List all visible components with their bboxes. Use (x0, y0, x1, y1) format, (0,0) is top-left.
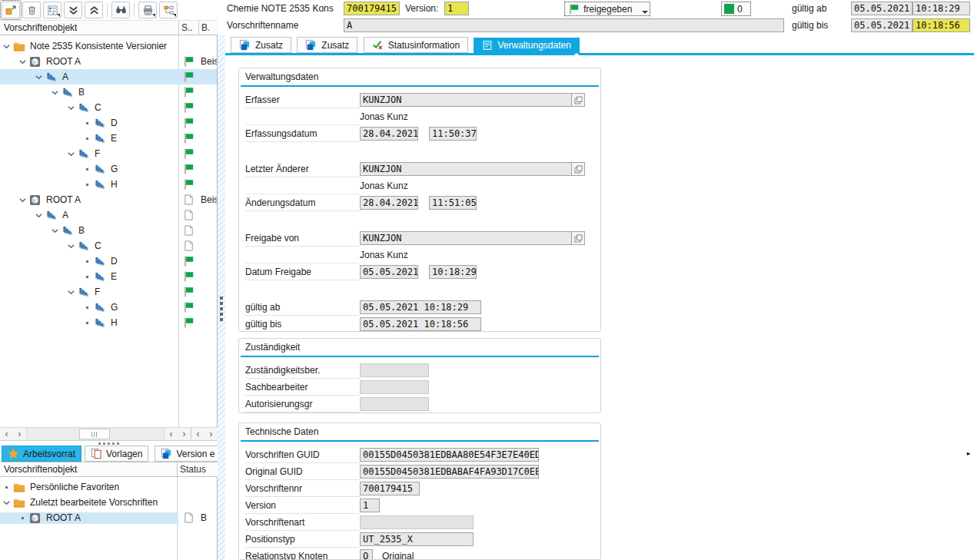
scroll-right-button[interactable]: › (204, 428, 218, 440)
hierarchy-button[interactable] (159, 2, 178, 18)
version-field[interactable]: 1 (444, 2, 469, 15)
valid-to-time-field[interactable]: 10:18:56 (913, 18, 970, 32)
field-aenderungsdatum[interactable]: 28.04.2021 (360, 196, 418, 210)
flag-icon (183, 71, 197, 83)
expander-icon[interactable] (65, 104, 78, 112)
tree-row[interactable]: ROOT ABeisp (0, 192, 217, 207)
tree-row[interactable]: Zuletzt bearbeitete Vorschriften (0, 495, 217, 510)
stacked-windows-icon[interactable] (572, 162, 585, 176)
scroll-right-button[interactable]: › (13, 428, 26, 440)
field-positionstyp[interactable]: UT_2535_X (360, 532, 474, 546)
tab-version[interactable]: Version e (155, 446, 218, 462)
stacked-windows-icon[interactable] (572, 231, 585, 245)
collapse-all-button[interactable] (64, 2, 82, 18)
vertical-splitter[interactable] (218, 35, 225, 560)
field-aenderungsdatum[interactable]: 11:51:05 (429, 196, 477, 210)
expand-all-button[interactable] (85, 2, 103, 18)
field-vorschriftennr[interactable]: 700179415 (360, 482, 420, 495)
status-cell (183, 40, 197, 52)
valid-from-date-field[interactable]: 05.05.2021 (851, 2, 913, 15)
expander-icon[interactable] (48, 88, 61, 97)
expander-icon[interactable] (32, 211, 45, 220)
tree-row[interactable]: F (0, 146, 217, 161)
expander-icon[interactable] (48, 227, 61, 235)
scrollbar-track[interactable] (26, 428, 165, 440)
expander-icon[interactable] (16, 196, 29, 204)
field-erfassungsdatum[interactable]: 11:50:37 (429, 127, 477, 141)
field-relationstyp-knoten[interactable]: O (360, 549, 373, 560)
tree-row[interactable]: Persönliche Favoriten (0, 479, 217, 495)
valid-to-date-field[interactable]: 05.05.2021 (851, 18, 913, 32)
tree-row[interactable]: E (0, 131, 217, 146)
scroll-left-button[interactable]: ‹ (0, 428, 13, 440)
expander-icon[interactable] (0, 499, 13, 507)
legend-button[interactable] (43, 2, 61, 18)
field-freigabe-von[interactable]: KUNZJON (360, 231, 572, 245)
tree-row[interactable]: B (0, 84, 217, 100)
expander-icon[interactable] (65, 288, 78, 297)
status-count-control[interactable]: 0 (721, 2, 751, 16)
form-row-zustaendigkeitsber: Zuständigkeitsber. (245, 362, 594, 379)
object-id-field[interactable]: 700179415 (344, 2, 400, 15)
tree-row[interactable]: E (0, 269, 217, 284)
field-vorschriften-guid[interactable]: 00155D0450381EDBAA80E54F3E7E40ED (360, 448, 539, 462)
field-gueltig-bis[interactable]: 05.05.2021 10:18:56 (360, 317, 481, 331)
dropdown-arrow-icon (152, 14, 155, 17)
tree-row[interactable]: G (0, 161, 217, 177)
field-sachbearbeiter[interactable] (360, 380, 429, 394)
flag-icon (183, 86, 197, 98)
expander-icon[interactable] (0, 42, 13, 51)
scroll-right-button[interactable]: › (178, 428, 191, 440)
expander-icon[interactable] (16, 58, 29, 66)
field-autorisierungsgr[interactable] (360, 397, 429, 411)
tree-row[interactable]: D (0, 253, 217, 269)
field-version[interactable]: 1 (360, 499, 380, 512)
print-button[interactable] (138, 2, 157, 18)
tree-row[interactable]: A (0, 69, 217, 84)
bottom-tab-strip: Arbeitsvorrat Vorlagen Version e (0, 446, 218, 462)
delete-button[interactable] (22, 2, 41, 18)
field-gueltig-ab[interactable]: 05.05.2021 10:18:29 (360, 300, 481, 314)
expander-icon[interactable] (32, 73, 45, 81)
tree-row[interactable]: F (0, 284, 217, 300)
release-status-control[interactable]: freigegeben (564, 2, 650, 16)
tab-arbeitsvorrat[interactable]: Arbeitsvorrat (2, 446, 81, 462)
scroll-left-button[interactable]: ‹ (191, 428, 204, 440)
tree-row[interactable]: H (0, 177, 217, 192)
tree-row[interactable]: C (0, 238, 217, 253)
splitter-grip-icon[interactable] (220, 297, 223, 321)
field-vorschriftenart[interactable] (360, 515, 474, 529)
adopt-button[interactable] (2, 2, 20, 18)
tab-zusatz-2[interactable]: Zusatz (297, 37, 357, 53)
tree-row[interactable]: D (0, 115, 217, 131)
field-datum-freigabe[interactable]: 10:18:29 (429, 265, 477, 279)
expander-icon[interactable] (65, 150, 78, 158)
name-field[interactable]: A (344, 18, 784, 32)
field-zustaendigkeitsber[interactable] (360, 363, 429, 377)
tab-zusatz-1[interactable]: Zusatz (231, 37, 291, 53)
tab-verwaltungsdaten[interactable]: Verwaltungsdaten (474, 38, 579, 54)
field-original-guid[interactable]: 00155D0450381EDBABAF4FA93D17C0EE (360, 465, 539, 479)
tree-row[interactable]: C (0, 100, 217, 115)
tree-row[interactable]: ROOT ABeisp (0, 54, 217, 69)
field-erfasser[interactable]: KUNZJON (360, 93, 572, 107)
tree-row[interactable]: G (0, 300, 217, 315)
find-button[interactable] (111, 2, 130, 18)
tree-row[interactable]: H (0, 315, 217, 330)
expander-icon[interactable] (65, 242, 78, 250)
tree-row[interactable]: B (0, 223, 217, 238)
tree-row[interactable]: A (0, 207, 217, 223)
field-datum-freigabe[interactable]: 05.05.2021 (360, 265, 418, 279)
scroll-left-button[interactable]: ‹ (165, 428, 178, 440)
field-letzter-aenderer[interactable]: KUNZJON (360, 162, 572, 176)
status-cell (183, 481, 197, 493)
field-erfassungsdatum[interactable]: 28.04.2021 (360, 127, 418, 141)
tree-row[interactable]: ROOT AB (0, 510, 217, 525)
tree-row[interactable]: Note 2535 Konsistente Versionier (0, 38, 217, 54)
tab-statusinformation[interactable]: Statusinformation (364, 37, 468, 53)
tab-vorlagen[interactable]: Vorlagen (85, 446, 148, 462)
valid-from-time-field[interactable]: 10:18:29 (913, 2, 970, 15)
stacked-windows-icon[interactable] (572, 93, 585, 107)
field-label: Original GUID (245, 463, 360, 480)
scrollbar-handle[interactable] (79, 429, 110, 439)
